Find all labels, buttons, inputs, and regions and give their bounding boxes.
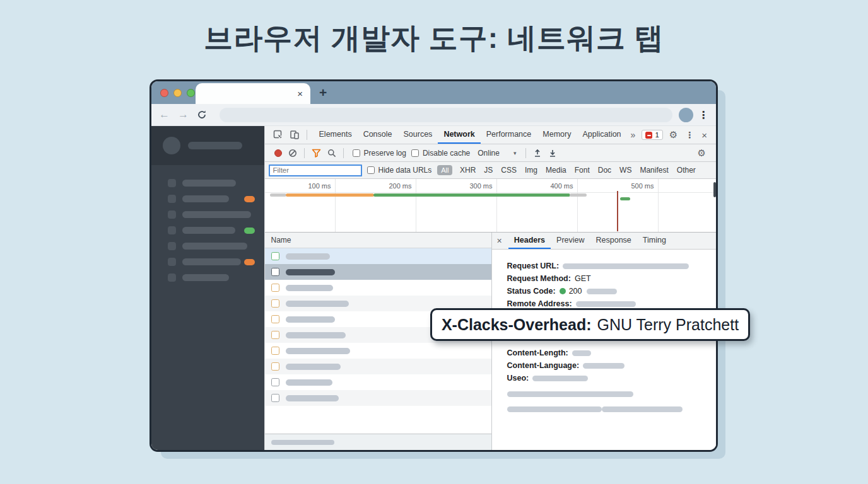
requests-panel: Name xyxy=(265,233,492,450)
sidebar-item[interactable] xyxy=(151,175,264,191)
table-row[interactable] xyxy=(265,374,491,390)
timeline-gridline xyxy=(658,179,659,232)
browser-menu-icon[interactable]: ⋮ xyxy=(698,109,708,121)
table-row[interactable] xyxy=(265,390,491,406)
tab-network[interactable]: Network xyxy=(438,126,480,144)
table-row[interactable] xyxy=(265,343,491,359)
preserve-log-checkbox[interactable] xyxy=(353,149,360,157)
tab-close-icon[interactable]: × xyxy=(297,89,303,98)
table-row[interactable] xyxy=(265,359,491,374)
headers-tab-response[interactable]: Response xyxy=(590,233,637,249)
maximize-traffic-light[interactable] xyxy=(187,89,195,97)
inspect-element-icon[interactable] xyxy=(273,130,283,140)
tab-sources[interactable]: Sources xyxy=(398,126,438,144)
filter-type-other[interactable]: Other xyxy=(677,166,696,175)
request-name-placeholder xyxy=(286,285,333,291)
filter-type-all[interactable]: All xyxy=(437,165,452,175)
table-row[interactable] xyxy=(265,280,491,296)
network-settings-icon[interactable]: ⚙ xyxy=(698,147,706,159)
hide-data-urls-checkbox[interactable] xyxy=(367,166,375,174)
address-bar[interactable] xyxy=(220,108,672,122)
export-har-icon[interactable] xyxy=(548,149,557,158)
tab-memory[interactable]: Memory xyxy=(537,126,577,144)
close-panel-icon[interactable]: × xyxy=(497,236,502,246)
waterfall-bar-segment[interactable] xyxy=(286,193,374,197)
device-toolbar-icon[interactable] xyxy=(290,130,300,140)
forward-icon[interactable]: → xyxy=(178,108,189,121)
filter-type-ws[interactable]: WS xyxy=(619,166,631,175)
header-field-value: 200 xyxy=(569,287,582,296)
record-button[interactable] xyxy=(274,149,282,157)
filter-type-xhr[interactable]: XHR xyxy=(460,166,476,175)
import-har-icon[interactable] xyxy=(533,149,542,158)
sidebar-item[interactable] xyxy=(151,222,264,238)
filter-type-css[interactable]: CSS xyxy=(501,166,517,175)
request-type-icon xyxy=(271,347,279,355)
more-tabs-icon[interactable]: » xyxy=(631,130,636,140)
header-field-label: Status Code: xyxy=(507,287,556,296)
headers-tab-preview[interactable]: Preview xyxy=(551,233,590,249)
sidebar-item[interactable] xyxy=(151,254,264,270)
browser-tab[interactable]: × xyxy=(196,83,310,104)
header-field-label: Remote Address: xyxy=(507,299,572,308)
request-name-placeholder xyxy=(286,332,346,338)
waterfall-bar-segment[interactable] xyxy=(270,193,286,197)
sidebar-item[interactable] xyxy=(151,191,264,207)
table-row[interactable] xyxy=(265,264,491,280)
waterfall-bar-segment[interactable] xyxy=(620,197,630,200)
close-traffic-light[interactable] xyxy=(160,89,168,97)
browser-window: × + ← → ⋮ xyxy=(150,79,718,452)
devtools-close-icon[interactable]: × xyxy=(701,130,707,141)
back-icon[interactable]: ← xyxy=(159,108,170,121)
table-row[interactable] xyxy=(265,248,491,264)
load-event-line xyxy=(617,191,618,231)
sidebar-avatar xyxy=(163,137,180,154)
devtools-settings-icon[interactable]: ⚙ xyxy=(669,129,677,141)
sidebar-item-label-placeholder xyxy=(182,274,229,281)
headers-panel: × HeadersPreviewResponseTiming Request U… xyxy=(492,233,716,450)
filter-icon[interactable] xyxy=(312,149,321,158)
scrollbar-thumb[interactable] xyxy=(713,182,716,197)
tab-performance[interactable]: Performance xyxy=(481,126,537,144)
timeline-gridline xyxy=(335,179,336,232)
error-badge[interactable]: 1 xyxy=(642,130,662,140)
header-field: Status Code:200 xyxy=(507,285,710,297)
waterfall-bar-segment[interactable] xyxy=(570,193,587,197)
headers-tab-headers[interactable]: Headers xyxy=(508,233,551,249)
devtools-menu-icon[interactable]: ⋮ xyxy=(685,130,694,140)
filter-type-manifest[interactable]: Manifest xyxy=(640,166,668,175)
request-type-icon xyxy=(271,252,279,260)
throttling-value: Online xyxy=(478,149,500,158)
request-type-icon xyxy=(271,394,279,402)
filter-type-js[interactable]: JS xyxy=(484,166,493,175)
search-icon[interactable] xyxy=(327,149,336,158)
header-line-placeholder xyxy=(507,391,633,397)
filter-type-img[interactable]: Img xyxy=(525,166,537,175)
disable-cache-checkbox[interactable] xyxy=(411,149,419,157)
timeline-overview[interactable]: 100 ms200 ms300 ms400 ms500 ms xyxy=(265,179,716,233)
new-tab-button[interactable]: + xyxy=(319,85,327,100)
divider xyxy=(525,148,526,158)
reload-icon[interactable] xyxy=(197,110,207,120)
headers-tab-timing[interactable]: Timing xyxy=(637,233,672,249)
tab-elements[interactable]: Elements xyxy=(314,126,358,144)
name-column-header[interactable]: Name xyxy=(265,233,491,248)
filter-type-font[interactable]: Font xyxy=(575,166,590,175)
sidebar-item[interactable] xyxy=(151,207,264,222)
filter-input[interactable] xyxy=(269,164,362,176)
request-type-icon xyxy=(271,315,279,323)
sidebar-item-icon xyxy=(168,274,176,282)
profile-avatar[interactable] xyxy=(679,108,693,122)
header-field-label: Content-Language: xyxy=(507,361,580,370)
waterfall-bar-segment[interactable] xyxy=(373,193,570,197)
filter-type-doc[interactable]: Doc xyxy=(598,166,611,175)
filter-type-media[interactable]: Media xyxy=(546,166,566,175)
throttling-dropdown[interactable]: Online ▾ xyxy=(478,149,516,158)
sidebar-item[interactable] xyxy=(151,270,264,285)
minimize-traffic-light[interactable] xyxy=(173,89,182,97)
clear-icon[interactable] xyxy=(288,149,297,158)
sidebar-item[interactable] xyxy=(151,238,264,254)
page-title: 브라우저 개발자 도구: 네트워크 탭 xyxy=(0,19,868,58)
tab-console[interactable]: Console xyxy=(358,126,398,144)
tab-application[interactable]: Application xyxy=(577,126,626,144)
